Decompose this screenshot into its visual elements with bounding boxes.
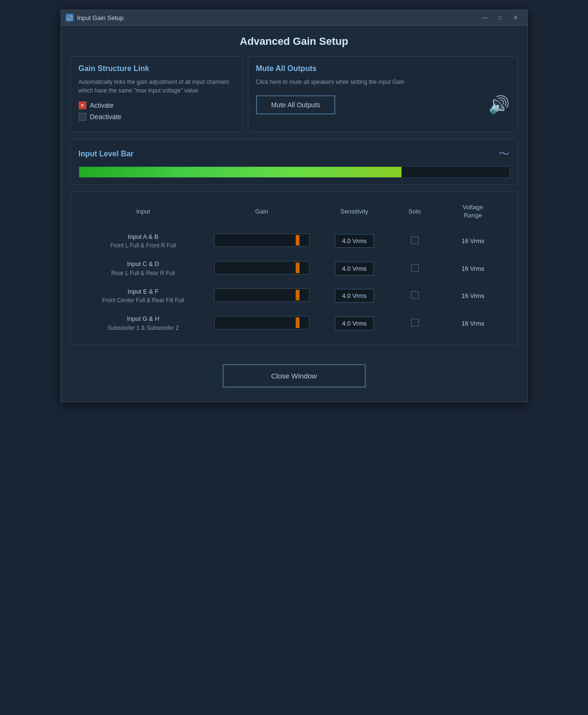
app-icon: 🔊 [66,14,73,21]
input-line2-3: Subwoofer 1 & Subwoofer 2 [82,324,205,332]
gain-slider-1[interactable] [214,261,309,275]
mute-all-title: Mute All Outputs [256,64,510,73]
gain-slider-handle-3[interactable] [296,317,299,328]
level-bar-track [79,166,510,178]
gain-cell-0 [208,227,316,255]
minimize-button[interactable]: — [478,13,492,22]
gain-slider-0[interactable] [214,234,309,247]
top-panels: Gain Structure Link Automatically links … [71,56,518,133]
deactivate-row[interactable]: Deactivate [79,113,234,121]
level-bar-header: Input Level Bar 〜 [79,146,510,162]
solo-checkbox-0[interactable] [411,236,419,244]
solo-cell-3 [393,309,436,337]
mute-row: Mute All Outputs 🔊 [256,95,510,115]
main-window: 🔊 Input Gain Setup — □ ✕ Advanced Gain S… [61,10,528,402]
inputs-table: Input Gain Sensitivity Solo VoltageRange… [79,200,510,337]
sensitivity-cell-0: 4.0 Vrms [316,227,393,255]
voltage-value-1: 16 Vrms [462,265,485,272]
sensitivity-cell-1: 4.0 Vrms [316,255,393,282]
page-title: Advanced Gain Setup [71,35,518,48]
title-bar: 🔊 Input Gain Setup — □ ✕ [61,10,527,26]
voltage-value-3: 16 Vrms [462,320,485,327]
input-label-1: Input C & D Rear L Full & Rear R Full [79,255,208,282]
level-bar-fill [79,167,402,177]
level-bar-panel: Input Level Bar 〜 [71,139,518,185]
sensitivity-button-1[interactable]: 4.0 Vrms [335,262,374,276]
table-row: Input E & F Front Center Full & Rear Fil… [79,282,510,310]
solo-cell-0 [393,227,436,255]
voltage-value-0: 16 Vrms [462,237,485,245]
close-button[interactable]: ✕ [508,13,523,22]
wave-icon: 〜 [498,146,510,162]
level-bar-title: Input Level Bar [79,150,134,158]
activate-label: Activate [90,102,114,109]
mute-all-panel: Mute All Outputs Click here to mute all … [248,56,518,133]
sensitivity-cell-2: 4.0 Vrms [316,282,393,310]
input-label-2: Input E & F Front Center Full & Rear Fil… [79,282,208,310]
input-label-0: Input A & B Front L Full & Front R Full [79,227,208,255]
title-bar-controls: — □ ✕ [478,13,523,22]
deactivate-label: Deactivate [90,113,122,121]
window-content: Advanced Gain Setup Gain Structure Link … [61,26,527,402]
maximize-button[interactable]: □ [493,13,507,22]
deactivate-checkbox[interactable] [79,113,86,121]
gain-slider-handle-1[interactable] [296,263,299,273]
voltage-cell-0: 16 Vrms [436,227,510,255]
sensitivity-button-0[interactable]: 4.0 Vrms [335,234,374,248]
gain-structure-panel: Gain Structure Link Automatically links … [71,56,242,133]
sensitivity-cell-3: 4.0 Vrms [316,309,393,337]
header-solo: Solo [393,200,436,227]
input-line1-0: Input A & B [82,232,205,242]
gain-slider-handle-2[interactable] [296,290,299,300]
gain-cell-2 [208,282,316,310]
gain-slider-3[interactable] [214,316,309,329]
input-line2-0: Front L Full & Front R Full [82,241,205,250]
table-row: Input A & B Front L Full & Front R Full … [79,227,510,255]
input-line1-2: Input E & F [82,287,205,296]
inputs-panel: Input Gain Sensitivity Solo VoltageRange… [71,192,518,345]
voltage-value-2: 16 Vrms [462,292,485,299]
sensitivity-button-3[interactable]: 4.0 Vrms [335,317,374,330]
input-label-3: Input G & H Subwoofer 1 & Subwoofer 2 [79,309,208,337]
title-bar-left: 🔊 Input Gain Setup [66,14,124,21]
input-line2-2: Front Center Full & Rear Fill Full [82,296,205,305]
header-input: Input [79,200,208,227]
input-line1-3: Input G & H [82,314,205,324]
voltage-cell-2: 16 Vrms [436,282,510,310]
speaker-icon: 🔊 [488,95,510,115]
solo-checkbox-1[interactable] [411,264,419,272]
table-row: Input C & D Rear L Full & Rear R Full 4.… [79,255,510,282]
header-gain: Gain [208,200,316,227]
solo-checkbox-3[interactable] [411,319,419,327]
window-title: Input Gain Setup [77,14,124,21]
table-header-row: Input Gain Sensitivity Solo VoltageRange [79,200,510,227]
solo-cell-2 [393,282,436,310]
solo-cell-1 [393,255,436,282]
mute-all-button[interactable]: Mute All Outputs [256,95,336,114]
gain-slider-2[interactable] [214,288,309,302]
gain-cell-3 [208,309,316,337]
gain-structure-title: Gain Structure Link [79,64,234,73]
voltage-cell-1: 16 Vrms [436,255,510,282]
solo-checkbox-2[interactable] [411,291,419,299]
activate-checkbox[interactable]: ✕ [79,102,86,109]
mute-all-description: Click here to mute all speakers while se… [256,78,510,86]
voltage-cell-3: 16 Vrms [436,309,510,337]
close-window-area: Close Window [71,355,518,392]
activate-row[interactable]: ✕ Activate [79,102,234,109]
input-line1-1: Input C & D [82,259,205,269]
close-window-button[interactable]: Close Window [223,364,366,388]
table-row: Input G & H Subwoofer 1 & Subwoofer 2 4.… [79,309,510,337]
gain-cell-1 [208,255,316,282]
header-voltage-range: VoltageRange [436,200,510,227]
sensitivity-button-2[interactable]: 4.0 Vrms [335,289,374,303]
gain-slider-handle-0[interactable] [296,235,299,245]
header-sensitivity: Sensitivity [316,200,393,227]
gain-structure-description: Automatically links the gain adjustment … [79,78,234,95]
input-line2-1: Rear L Full & Rear R Full [82,269,205,277]
